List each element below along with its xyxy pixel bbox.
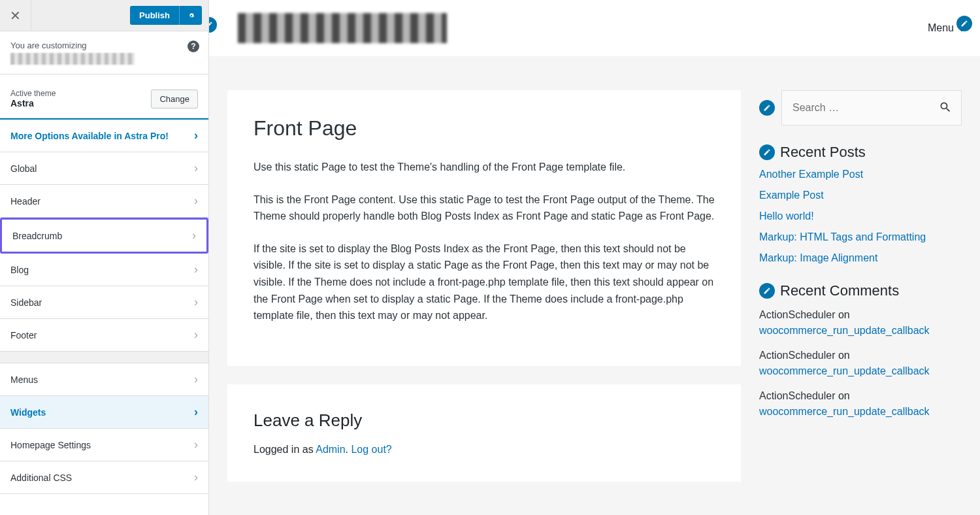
chevron-right-icon: › [194, 295, 198, 309]
site-name-censored [10, 53, 135, 65]
comment-on: on [836, 309, 850, 320]
preview-pane: Menu ⌄ Front Page Use this static Page t… [209, 0, 980, 515]
chevron-right-icon: › [194, 471, 198, 484]
recent-posts-list: Another Example Post Example Post Hello … [759, 169, 962, 264]
menu-label: Sidebar [10, 297, 42, 308]
sidebar-topbar: ✕ Publish [0, 0, 208, 31]
edit-shortcut-logo[interactable] [209, 17, 217, 33]
edit-shortcut-recent-posts[interactable] [759, 144, 775, 160]
recent-post-link[interactable]: Markup: Image Alignment [759, 252, 962, 264]
pencil-icon [209, 21, 213, 29]
comment-on: on [836, 350, 850, 361]
comment-author: ActionScheduler [759, 390, 836, 401]
menu-item-menus[interactable]: Menus › [0, 363, 208, 396]
menu-label: Blog [10, 265, 29, 275]
publish-settings-button[interactable] [179, 6, 202, 25]
comments-card: Leave a Reply Logged in as Admin. Log ou… [227, 384, 741, 482]
edit-shortcut-search[interactable] [759, 100, 775, 116]
menu-label: More Options Available in Astra Pro! [10, 131, 169, 141]
chevron-right-icon: › [194, 405, 198, 419]
chevron-right-icon: › [194, 438, 198, 452]
chevron-right-icon: › [194, 161, 198, 175]
edit-shortcut-recent-comments[interactable] [759, 283, 775, 299]
pencil-icon [960, 20, 968, 27]
comment-author: ActionScheduler [759, 350, 836, 361]
edit-shortcut-menu[interactable] [956, 16, 972, 31]
chevron-right-icon: › [194, 328, 198, 342]
pencil-icon [763, 287, 771, 295]
comment-item: ActionScheduler on woocommerce_run_updat… [759, 348, 962, 379]
pencil-icon [763, 104, 771, 112]
close-icon: ✕ [10, 8, 21, 24]
recent-comments-widget: Recent Comments ActionScheduler on wooco… [759, 282, 962, 420]
menu-item-header[interactable]: Header › [0, 185, 208, 218]
search-submit[interactable] [939, 101, 952, 116]
help-icon[interactable]: ? [188, 41, 199, 52]
recent-post-link[interactable]: Another Example Post [759, 169, 962, 180]
recent-post-link[interactable]: Markup: HTML Tags and Formatting [759, 231, 962, 243]
comment-target-link[interactable]: woocommerce_run_update_callback [759, 406, 930, 417]
publish-group: Publish [130, 6, 202, 25]
comment-item: ActionScheduler on woocommerce_run_updat… [759, 388, 962, 420]
sidebar-column: Recent Posts Another Example Post Exampl… [759, 90, 962, 482]
active-theme-label: Active theme [10, 89, 56, 98]
search-input-wrap [781, 90, 962, 125]
page-paragraph: Use this static Page to test the Theme's… [253, 159, 715, 176]
search-input[interactable] [792, 102, 951, 114]
menu-item-global[interactable]: Global › [0, 152, 208, 185]
page-title: Front Page [253, 116, 715, 141]
chevron-right-icon: › [194, 373, 198, 386]
reply-heading: Leave a Reply [253, 410, 715, 431]
comment-on: on [836, 390, 850, 401]
menu-label: Breadcrumb [12, 231, 62, 241]
menu-item-sidebar[interactable]: Sidebar › [0, 286, 208, 319]
recent-posts-widget: Recent Posts Another Example Post Exampl… [759, 144, 962, 264]
menu-item-breadcrumb[interactable]: Breadcrumb › [0, 218, 208, 254]
comment-target-link[interactable]: woocommerce_run_update_callback [759, 365, 930, 376]
logout-link[interactable]: Log out? [351, 444, 391, 455]
recent-comments-title: Recent Comments [780, 282, 899, 299]
comment-item: ActionScheduler on woocommerce_run_updat… [759, 307, 962, 339]
menu-item-astra-pro[interactable]: More Options Available in Astra Pro! › [0, 118, 208, 152]
menu-label: Header [10, 196, 41, 207]
active-theme-name: Astra [10, 98, 56, 108]
recent-posts-title: Recent Posts [780, 144, 866, 161]
menu-label: Footer [10, 330, 37, 341]
recent-post-link[interactable]: Example Post [759, 190, 962, 201]
recent-post-link[interactable]: Hello world! [759, 210, 962, 222]
chevron-right-icon: › [194, 194, 198, 208]
menu-item-widgets[interactable]: Widgets › [0, 396, 208, 429]
customizer-menu: More Options Available in Astra Pro! › G… [0, 118, 208, 494]
page-paragraph: If the site is set to display the Blog P… [253, 241, 715, 324]
menu-item-footer[interactable]: Footer › [0, 319, 208, 352]
menu-spacer [0, 352, 208, 363]
preview-body: Front Page Use this static Page to test … [209, 56, 980, 500]
search-icon [939, 101, 952, 114]
comment-author: ActionScheduler [759, 309, 836, 320]
customizer-sidebar: ✕ Publish You are customizing ? Active t… [0, 0, 209, 515]
publish-button[interactable]: Publish [130, 6, 179, 25]
menu-label: Homepage Settings [10, 440, 91, 450]
chevron-right-icon: › [194, 263, 198, 276]
menu-label: Widgets [10, 407, 46, 418]
customizing-panel: You are customizing ? [0, 31, 208, 75]
close-customizer-button[interactable]: ✕ [0, 0, 31, 31]
site-logo-censored [238, 13, 447, 43]
pencil-icon [763, 148, 771, 156]
menu-item-homepage-settings[interactable]: Homepage Settings › [0, 429, 208, 461]
chevron-right-icon: › [192, 229, 196, 242]
admin-profile-link[interactable]: Admin [316, 444, 345, 455]
page-paragraph: This is the Front Page content. Use this… [253, 191, 715, 225]
menu-toggle-label: Menu [928, 22, 954, 34]
main-column: Front Page Use this static Page to test … [227, 90, 741, 482]
active-theme-panel: Active theme Astra Change [0, 80, 208, 118]
customizing-label: You are customizing [10, 41, 198, 50]
comment-target-link[interactable]: woocommerce_run_update_callback [759, 325, 930, 336]
menu-item-blog[interactable]: Blog › [0, 254, 208, 286]
gear-icon [186, 11, 195, 20]
logged-in-prefix: Logged in as [253, 444, 316, 455]
change-theme-button[interactable]: Change [151, 90, 198, 108]
menu-item-additional-css[interactable]: Additional CSS › [0, 461, 208, 494]
site-header: Menu ⌄ [209, 0, 980, 56]
search-widget [759, 90, 962, 125]
